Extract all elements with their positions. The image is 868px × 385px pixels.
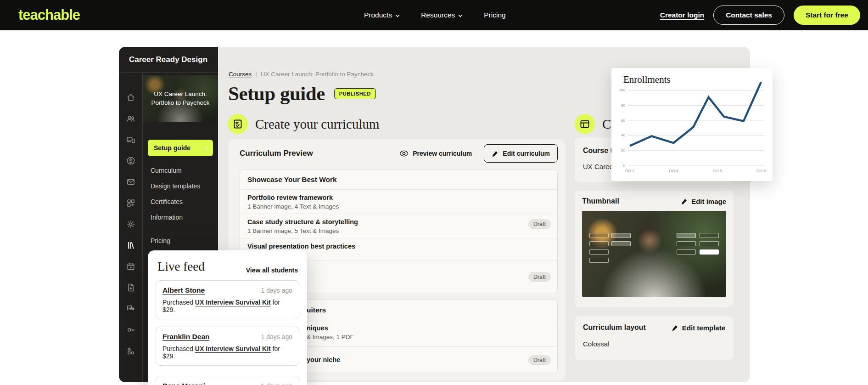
sidebar-item-curriculum[interactable]: Curriculum — [143, 163, 218, 178]
mail-icon[interactable] — [126, 177, 135, 187]
product-link[interactable]: UX Interview Survival Kit — [195, 345, 271, 352]
curriculum-section-heading: Create your curriculum — [255, 117, 380, 132]
top-navigation: teachable Products Resources Pricing Cre… — [0, 0, 868, 30]
svg-text:0: 0 — [623, 164, 626, 168]
curriculum-checklist-icon — [228, 114, 248, 134]
entry-timestamp: 1 days ago — [261, 287, 293, 294]
pencil-icon — [492, 150, 498, 157]
sidebar-item-design-templates[interactable]: Design templates — [143, 178, 218, 194]
breadcrumb-current: UX Career Launch: Portfolio to Paycheck — [261, 71, 374, 78]
nav-item-pricing[interactable]: Pricing — [484, 11, 505, 19]
svg-text:Oct 8: Oct 8 — [756, 169, 766, 173]
edit-curriculum-button[interactable]: Edit curriculum — [484, 144, 558, 163]
overlay-chip — [677, 241, 696, 246]
sidebar-divider — [143, 229, 218, 229]
entry-description: Purchased UX Interview Survival Kit for … — [162, 345, 292, 360]
nav-menu: Products Resources Pricing — [364, 0, 506, 30]
svg-text:20: 20 — [621, 148, 625, 153]
apps-icon[interactable] — [126, 198, 135, 208]
live-feed-entry: Franklin Dean 1 days ago Purchased UX In… — [156, 327, 299, 366]
live-feed-entry: Albert Stone 1 days ago Purchased UX Int… — [156, 280, 299, 319]
sidebar-item-pricing[interactable]: Pricing — [143, 233, 218, 249]
teachable-logo[interactable]: teachable — [18, 7, 80, 23]
overlay-chip — [677, 249, 696, 255]
settings-icon[interactable] — [126, 220, 135, 229]
curriculum-layout-card: Curriculum layout Edit template Colossal — [575, 316, 734, 360]
view-all-students-link[interactable]: View all students — [246, 266, 298, 274]
chevron-down-icon — [458, 11, 463, 19]
svg-text:40: 40 — [621, 133, 625, 137]
overlay-chip — [700, 241, 719, 246]
nav-actions: Creator login Contact sales Start for fr… — [660, 0, 860, 30]
student-name-link[interactable]: Albert Stone — [162, 286, 205, 294]
thumbnail-card: Thumbnail Edit image — [575, 191, 734, 307]
school-name: Career Ready Design — [119, 47, 218, 73]
lecture-row: Portfolio review framework 1 Banner imag… — [240, 190, 557, 214]
sidebar-item-setup-guide[interactable]: Setup guide › — [148, 140, 213, 156]
product-link[interactable]: UX Interview Survival Kit — [195, 299, 271, 306]
overlay-chip — [611, 241, 631, 246]
nav-item-resources[interactable]: Resources — [421, 11, 463, 19]
payments-icon[interactable] — [126, 156, 135, 165]
overlay-chip — [611, 233, 631, 238]
entry-timestamp: 1 days ago — [261, 382, 293, 385]
enrollments-chart-card: Enrollments 020406080100Oct 2Oct 4Oct 6O… — [611, 68, 773, 181]
overlay-chip-active — [700, 249, 719, 255]
entry-description: Purchased UX Interview Survival Kit for … — [162, 299, 292, 313]
enrollments-line-chart: 020406080100Oct 2Oct 4Oct 6Oct 8 — [611, 68, 773, 181]
student-name-link[interactable]: Dane Maroni — [162, 382, 205, 385]
student-name-link[interactable]: Franklin Dean — [162, 333, 210, 341]
live-feed-title: Live feed — [157, 260, 205, 274]
lecture-section-header: Showcase Your Best Work — [240, 170, 557, 190]
draft-badge: Draft — [528, 219, 551, 229]
live-feed-popup: Live feed View all students Albert Stone… — [148, 250, 307, 385]
breadcrumb-courses-link[interactable]: Courses — [229, 71, 252, 78]
comments-icon[interactable] — [126, 304, 135, 313]
svg-text:100: 100 — [619, 88, 626, 92]
status-badge: PUBLISHED — [334, 88, 376, 99]
overlay-chip — [700, 233, 719, 238]
course-thumbnail-image[interactable] — [582, 211, 726, 297]
library-icon[interactable] — [126, 241, 135, 250]
lecture-row: Case study structure & storytelling 1 Ba… — [240, 214, 557, 238]
entry-timestamp: 1 days ago — [261, 333, 293, 340]
layout-template-value: Colossal — [583, 340, 725, 348]
svg-text:80: 80 — [621, 103, 625, 108]
sidebar-item-information[interactable]: Information — [143, 209, 218, 225]
icon-rail — [119, 73, 143, 382]
pencil-icon — [681, 198, 688, 205]
overlay-chip — [677, 233, 696, 238]
card-title: Curriculum Preview — [240, 149, 313, 158]
edit-template-button[interactable]: Edit template — [672, 324, 725, 332]
file-download-icon[interactable] — [126, 283, 135, 292]
overlay-chip — [589, 233, 609, 238]
users-icon[interactable] — [126, 114, 135, 123]
svg-text:Oct 4: Oct 4 — [669, 169, 678, 173]
edit-image-button[interactable]: Edit image — [681, 198, 726, 205]
overlay-chip — [589, 241, 609, 246]
nav-item-products[interactable]: Products — [364, 11, 400, 19]
customize-layout-icon — [575, 114, 595, 134]
calendar-icon[interactable] — [126, 262, 135, 271]
overlay-chip — [589, 249, 609, 255]
chevron-down-icon — [395, 11, 400, 19]
key-icon[interactable] — [126, 325, 135, 334]
contact-sales-button[interactable]: Contact sales — [713, 6, 784, 25]
svg-text:Oct 2: Oct 2 — [625, 169, 635, 173]
creator-login-link[interactable]: Creator login — [660, 11, 704, 19]
draft-badge: Draft — [528, 355, 551, 365]
devices-icon[interactable] — [126, 135, 135, 144]
draft-badge: Draft — [528, 272, 551, 282]
home-icon[interactable] — [126, 93, 135, 102]
pencil-icon — [672, 324, 678, 331]
course-thumbnail-mini[interactable]: UX Career Launch: Portfolio to Paycheck — [143, 75, 218, 122]
sidebar-menu: Curriculum Design templates Certificates… — [143, 163, 218, 249]
shapes-icon[interactable] — [126, 346, 135, 356]
sidebar-item-certificates[interactable]: Certificates — [143, 194, 218, 209]
start-for-free-button[interactable]: Start for free — [794, 6, 860, 25]
overlay-chip — [589, 258, 609, 263]
page-title: Setup guide — [228, 82, 325, 105]
thumbnail-card-title: Thumbnail — [582, 197, 619, 205]
layout-card-title: Curriculum layout — [583, 323, 646, 332]
preview-curriculum-button[interactable]: Preview curriculum — [399, 150, 472, 157]
